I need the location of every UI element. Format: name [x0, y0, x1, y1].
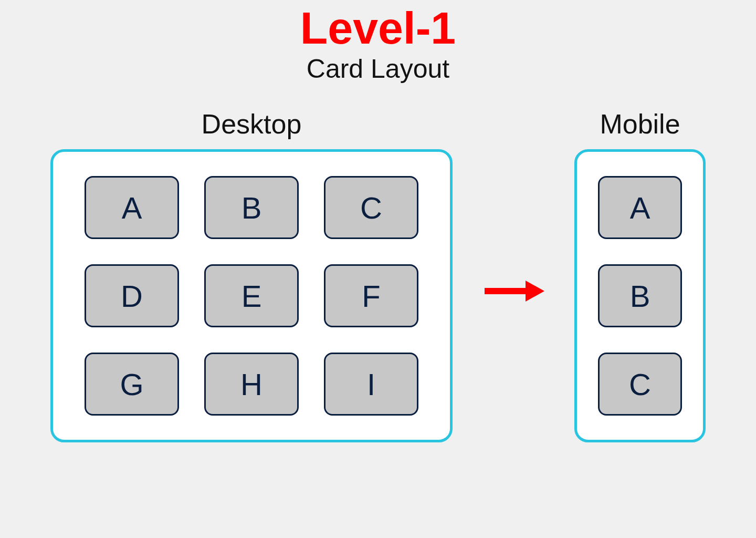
- card-e: E: [204, 264, 299, 327]
- level-title: Level-1: [0, 4, 756, 51]
- layout-row: Desktop A B C D E F G H I: [0, 108, 756, 442]
- card-b: B: [204, 176, 299, 239]
- arrow-right-icon: [482, 278, 545, 304]
- card-a: A: [85, 176, 179, 239]
- svg-marker-1: [526, 281, 544, 302]
- mobile-card-a: A: [598, 176, 682, 239]
- card-f: F: [324, 264, 418, 327]
- card-i: I: [324, 353, 418, 416]
- desktop-label: Desktop: [202, 108, 302, 140]
- mobile-column: Mobile A B C: [574, 108, 706, 442]
- card-c: C: [324, 176, 418, 239]
- mobile-label: Mobile: [600, 108, 680, 140]
- diagram-page: Level-1 Card Layout Desktop A B C D E F …: [0, 0, 756, 538]
- mobile-card-b: B: [598, 264, 682, 327]
- desktop-column: Desktop A B C D E F G H I: [50, 108, 453, 442]
- desktop-grid: A B C D E F G H I: [85, 176, 418, 416]
- card-h: H: [204, 353, 299, 416]
- desktop-frame: A B C D E F G H I: [50, 149, 453, 442]
- heading-block: Level-1 Card Layout: [0, 4, 756, 84]
- card-g: G: [85, 353, 179, 416]
- mobile-grid: A B C: [598, 176, 682, 416]
- card-d: D: [85, 264, 179, 327]
- mobile-frame: A B C: [574, 149, 706, 442]
- mobile-card-c: C: [598, 353, 682, 416]
- subtitle: Card Layout: [0, 54, 756, 84]
